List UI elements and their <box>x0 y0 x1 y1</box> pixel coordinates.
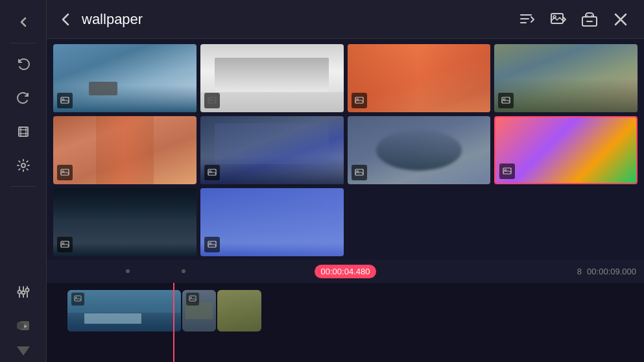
timeline-topbar: 00:00:04.480 8 00:00:09.000 <box>47 259 644 283</box>
svg-rect-24 <box>586 15 588 18</box>
header-actions <box>514 6 634 32</box>
media-item[interactable] <box>200 116 344 184</box>
timeline-marker-dot <box>182 269 185 273</box>
svg-rect-0 <box>19 127 28 136</box>
media-item[interactable] <box>200 44 344 112</box>
timeline-content[interactable] <box>47 283 644 362</box>
header-title: wallpaper <box>82 11 507 28</box>
timeline-area: 00:00:04.480 8 00:00:09.000 <box>47 259 644 362</box>
media-item-gradient[interactable] <box>494 116 638 184</box>
media-item-icon <box>57 237 73 252</box>
svg-point-14 <box>25 289 29 292</box>
media-item[interactable] <box>53 188 197 256</box>
media-item[interactable] <box>348 44 491 112</box>
sidebar-divider-1 <box>10 43 36 43</box>
media-item-icon <box>57 165 73 180</box>
timeline-total-time: 00:00:09.000 <box>587 267 636 276</box>
timeline-current-time: 00:00:04.480 <box>315 265 377 278</box>
image-filter-button[interactable] <box>545 6 571 32</box>
content-area: 00:00:04.480 8 00:00:09.000 <box>47 39 644 362</box>
sidebar-back-button[interactable] <box>8 6 39 38</box>
svg-point-5 <box>21 163 25 167</box>
svg-rect-25 <box>591 15 593 18</box>
media-item[interactable] <box>348 116 491 184</box>
media-grid-container <box>47 39 644 259</box>
svg-rect-17 <box>18 322 24 329</box>
sidebar <box>0 0 47 362</box>
timeline-clip-cars-2[interactable] <box>217 290 261 332</box>
close-button[interactable] <box>608 6 634 32</box>
sidebar-adjust-button[interactable] <box>8 276 39 308</box>
timeline-clip-landscape[interactable] <box>67 290 181 332</box>
timeline-marker-8: 8 <box>577 267 582 276</box>
media-item[interactable] <box>200 188 344 256</box>
store-button[interactable] <box>577 6 602 32</box>
main-content: wallpaper <box>47 0 644 362</box>
media-item-icon <box>204 237 220 252</box>
media-item-icon <box>352 93 367 108</box>
clip-icon <box>71 293 84 306</box>
timeline-playhead <box>173 283 174 362</box>
media-item[interactable] <box>53 116 197 184</box>
timeline-track <box>67 288 636 333</box>
media-grid <box>53 44 638 256</box>
sidebar-crop-button[interactable] <box>8 116 39 147</box>
clip-icon <box>186 293 199 306</box>
media-item-icon <box>499 163 515 179</box>
svg-point-8 <box>21 291 25 295</box>
media-item[interactable] <box>494 44 638 112</box>
triangle-indicator <box>17 346 30 356</box>
media-item-icon <box>498 93 514 108</box>
sidebar-redo-button[interactable] <box>8 82 39 114</box>
timeline-marker-dot <box>126 269 130 273</box>
media-item-icon <box>204 165 220 180</box>
timeline-clip-cars-1[interactable] <box>182 290 216 332</box>
header-back-button[interactable] <box>57 11 74 28</box>
sidebar-add-clip-button[interactable] <box>8 310 39 341</box>
sidebar-undo-button[interactable] <box>8 49 39 80</box>
media-item-icon <box>352 165 367 180</box>
header: wallpaper <box>47 0 644 39</box>
sidebar-settings-button[interactable] <box>8 150 39 181</box>
media-item[interactable] <box>53 44 197 112</box>
media-item-icon <box>204 93 220 108</box>
sidebar-divider-2 <box>10 186 36 187</box>
svg-point-11 <box>18 291 21 294</box>
media-item-icon <box>57 93 73 108</box>
sort-button[interactable] <box>514 6 540 32</box>
